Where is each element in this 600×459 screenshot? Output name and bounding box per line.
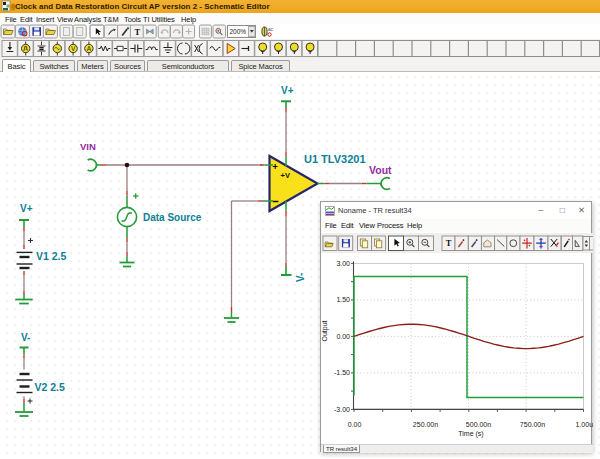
svg-text:Vout: Vout xyxy=(369,164,392,176)
svg-text:T: T xyxy=(446,238,452,248)
svg-text:250.00n: 250.00n xyxy=(413,421,438,428)
svg-text:1.50: 1.50 xyxy=(336,296,350,303)
svg-text:ac: ac xyxy=(268,27,274,32)
svg-text:Output: Output xyxy=(321,320,329,341)
svg-text:V-: V- xyxy=(21,332,30,343)
svg-text:V+: V+ xyxy=(20,203,33,214)
svg-text:Data Source: Data Source xyxy=(143,212,202,223)
svg-text:1.00u: 1.00u xyxy=(576,421,593,428)
svg-text:T: T xyxy=(134,27,140,37)
svg-text:-1.50: -1.50 xyxy=(334,369,350,376)
svg-text:V+: V+ xyxy=(281,85,294,96)
svg-text:0.00: 0.00 xyxy=(348,421,362,428)
svg-text:3.00: 3.00 xyxy=(336,260,350,267)
svg-text:750.00n: 750.00n xyxy=(520,421,545,428)
svg-text:Time (s): Time (s) xyxy=(458,430,483,438)
svg-text:A: A xyxy=(87,45,92,52)
svg-text:V-: V- xyxy=(295,273,306,282)
svg-text:V2 2.5: V2 2.5 xyxy=(35,381,66,393)
svg-text:V: V xyxy=(71,45,76,52)
svg-text:U1 TLV3201: U1 TLV3201 xyxy=(304,153,366,165)
svg-text:V1 2.5: V1 2.5 xyxy=(36,250,67,262)
svg-text:VIN: VIN xyxy=(80,141,96,152)
svg-text:200%: 200% xyxy=(230,28,247,35)
svg-text:+V: +V xyxy=(281,171,290,180)
svg-text:0.00: 0.00 xyxy=(336,333,350,340)
svg-text:-3.00: -3.00 xyxy=(334,406,350,413)
svg-text:500.00n: 500.00n xyxy=(466,421,491,428)
